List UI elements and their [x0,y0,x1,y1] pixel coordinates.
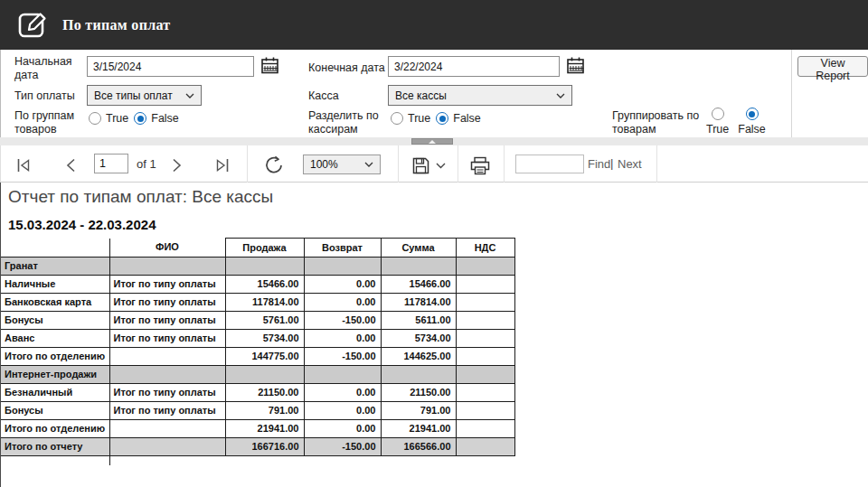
table-row: Банковская картаИтог по типу оплаты11781… [1,294,514,312]
chevron-down-icon [436,163,446,169]
start-date-calendar-icon[interactable] [259,56,280,77]
current-page-input[interactable] [94,154,128,173]
export-save-button[interactable] [409,154,448,178]
report-body: Отчет по типам оплат: Все кассы 15.03.20… [0,183,868,487]
table-cell [109,258,225,276]
radio-false[interactable]: False [738,108,766,136]
table-row: БезналичныйИтог по типу оплаты21150.000.… [1,384,514,402]
table-cell [304,258,381,276]
table-header-row: ФИОПродажаВозвратСуммаНДС [1,239,514,258]
payment-type-label: Тип оплаты [14,89,75,103]
print-button[interactable] [467,154,493,178]
end-date-label: Конечная дата [308,61,385,75]
table-cell: 21150.00 [225,384,304,402]
table-cell: Бонусы [1,312,109,330]
last-page-button[interactable] [211,154,234,177]
table-cell [304,366,381,384]
split-by-cashiers-radio-group: True False [391,112,481,125]
table-row: БонусыИтог по типу оплаты5761.00-150.005… [1,312,514,330]
table-cell: 15466.00 [225,276,304,294]
table-cell [456,312,514,330]
radio-icon[interactable] [134,112,146,125]
table-cell [225,366,304,384]
table-cell: 0.00 [304,276,381,294]
table-cell: Итог по типу оплаты [109,276,225,294]
table-cell [304,456,381,465]
table-cell: Итог по типу оплаты [109,384,225,402]
table-cell: Итог по типу оплаты [109,402,225,420]
table-cell [109,420,225,438]
radio-false[interactable]: False [134,112,179,125]
radio-icon[interactable] [391,112,403,125]
radio-true[interactable]: True [89,112,128,125]
find-text-input[interactable] [515,155,584,173]
column-header: Возврат [304,239,381,258]
radio-false[interactable]: False [436,112,481,125]
table-cell: 166566.00 [381,438,456,456]
collapse-parameters-button[interactable] [411,138,453,145]
table-cell [456,456,514,465]
table-cell [456,258,514,276]
group-by-products-label: Группировать по товарам [612,109,703,136]
table-cell: 21150.00 [381,384,456,402]
start-date-input[interactable] [87,56,254,77]
zoom-select[interactable]: 100% [303,155,381,174]
panel-divider [791,50,792,137]
table-cell: 791.00 [225,402,304,420]
payment-type-select[interactable]: Все типы оплат [87,85,202,106]
table-cell: 0.00 [304,402,381,420]
table-cell: 144625.00 [381,348,456,366]
table-cell: 0.00 [304,330,381,348]
first-page-button[interactable] [12,154,35,177]
find-next-button[interactable]: Next [618,157,642,171]
cash-register-select[interactable]: Все кассы [388,85,572,106]
table-cell: -150.00 [304,438,381,456]
table-cell: 0.00 [304,294,381,312]
end-date-input[interactable] [388,56,560,77]
window-title: По типам оплат [62,17,170,33]
chevron-down-icon [364,162,373,167]
radio-true[interactable]: True [391,112,430,125]
radio-icon[interactable] [712,108,724,120]
table-cell: 166716.00 [225,438,304,456]
table-cell: 21941.00 [381,420,456,438]
collapse-up-arrow-icon [429,140,436,144]
table-cell [456,420,514,438]
table-cell: Итог по типу оплаты [109,330,225,348]
table-cell [1,456,109,465]
report-toolbar: of 1 100% [0,145,868,183]
next-page-button[interactable] [165,154,187,177]
by-product-groups-label: По группам товаров [14,109,87,136]
column-header: НДС [456,239,514,258]
radio-icon[interactable] [436,112,448,125]
find-button[interactable]: Find [588,157,610,171]
previous-page-button[interactable] [61,154,82,177]
chevron-down-icon [185,93,194,98]
column-header: Сумма [381,239,456,258]
table-cell: Банковская карта [1,294,109,312]
find-next-separator: | [610,156,613,170]
radio-icon[interactable] [746,108,759,120]
by-product-groups-radio-group: True False [89,112,179,125]
column-header: Продажа [225,239,304,258]
table-cell: -150.00 [304,348,381,366]
page-count-label: of 1 [137,157,156,171]
table-cell [381,456,456,465]
edit-report-icon [15,7,53,43]
parameters-collapse-strip [0,137,868,145]
table-row: АвансИтог по типу оплаты5734.000.005734.… [1,330,514,348]
refresh-button[interactable] [261,153,287,178]
table-row: Интернет-продажи [1,366,514,384]
parameters-panel: Начальная дата Конечная дата Тип оплаты [0,50,868,137]
table-cell [456,294,514,312]
radio-true[interactable]: True [706,108,729,136]
end-date-calendar-icon[interactable] [565,56,586,77]
table-row: НаличныеИтог по типу оплаты15466.000.001… [1,276,514,294]
table-cell: Наличные [1,276,109,294]
table-cell [225,456,304,465]
view-report-button[interactable]: View Report [797,56,868,77]
radio-icon[interactable] [89,112,101,125]
table-cell [456,384,514,402]
table-cell [225,258,304,276]
split-by-cashiers-label: Разделить по кассирам [308,109,392,136]
